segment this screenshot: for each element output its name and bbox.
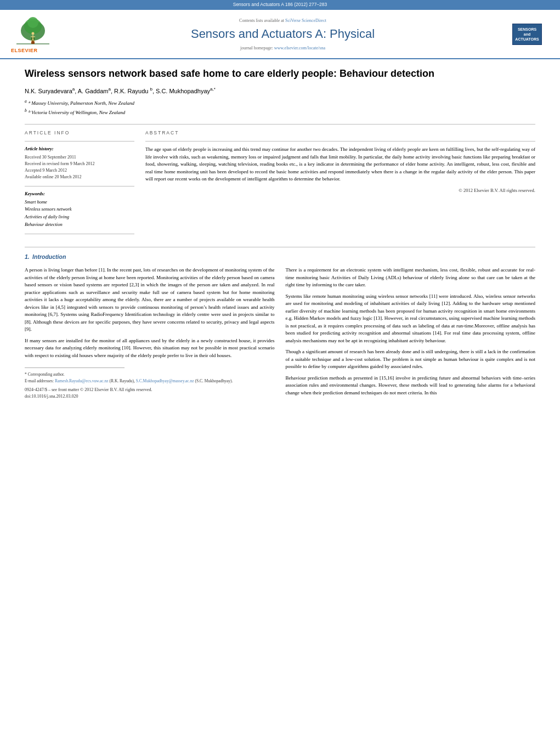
journal-name: Sensors and Actuators A: Physical (60, 26, 505, 43)
elsevier-logo-img: ELSEVIER (11, 14, 60, 54)
keyword-2: Wireless sensors network (25, 206, 134, 213)
body-content: A person is living longer than before [1… (25, 267, 535, 400)
article-info-label: ARTICLE INFO (25, 130, 134, 137)
journal-logo-box: SENSORSandACTUATORS (512, 24, 541, 45)
copyright-text: © 2012 Elsevier B.V. All rights reserved… (145, 188, 535, 194)
svg-point-4 (27, 17, 38, 28)
journal-logo-area: SENSORSandACTUATORS (505, 24, 549, 45)
header-divider (25, 124, 535, 125)
keywords-group: Keywords: Smart home Wireless sensors ne… (25, 191, 134, 228)
section-title: Introduction (31, 253, 66, 260)
journal-header: ELSEVIER Contents lists available at Sci… (0, 10, 560, 60)
footnote-divider (25, 367, 125, 368)
body-para-1: A person is living longer than before [1… (25, 267, 275, 333)
article-history-title: Article history: (25, 146, 134, 152)
svg-point-5 (32, 32, 35, 35)
body-para-right-4: Behaviour prediction methods as presente… (286, 375, 536, 397)
keywords-title: Keywords: (25, 191, 134, 197)
email2-person: (S.C. Mukhopadhyay). (195, 378, 233, 383)
keyword-4: Behaviour detection (25, 221, 134, 229)
keywords-list: Smart home Wireless sensors network Acti… (25, 199, 134, 228)
body-top-divider (25, 247, 535, 247)
elsevier-wordmark: ELSEVIER (11, 47, 38, 54)
elsevier-logo-area: ELSEVIER (11, 14, 60, 54)
abstract-top-divider (145, 141, 535, 142)
affiliation-b: b ᵇ Victoria University of Wellington, N… (25, 108, 535, 116)
body-para-right-3: Though a significant amount of research … (286, 348, 536, 371)
body-para-2: If many sensors are installed for the mo… (25, 337, 275, 360)
issn-text: 0924-4247/$ – see front matter © 2012 El… (25, 387, 275, 400)
authors-line: N.K. Suryadevaraa, A. Gaddama, R.K. Rayu… (25, 86, 535, 95)
footnotes: * Corresponding author. E-mail addresses… (25, 371, 275, 384)
sciverse-link[interactable]: SciVerse ScienceDirect (285, 18, 326, 23)
body-para-right-2: Systems like remote human monitoring usi… (286, 293, 536, 345)
email-label: E-mail addresses: (25, 378, 54, 383)
body-left-column: A person is living longer than before [1… (25, 267, 275, 400)
article-title: Wireless sensors network based safe home… (25, 67, 535, 80)
email-footnote: E-mail addresses: Ramesh.Rayudu@ecs.vuw.… (25, 378, 275, 384)
corresponding-author-note: * Corresponding author. (25, 371, 275, 377)
journal-logo-text: SENSORSandACTUATORS (515, 27, 539, 42)
email2-link[interactable]: S.C.Mukhopadhyay@massey.ac.nz (136, 378, 194, 383)
abstract-label: ABSTRACT (145, 130, 535, 137)
abstract-text: The age span of elderly people is increa… (145, 146, 535, 183)
email1-person: (R.K. Rayudu), (110, 378, 135, 383)
info-bottom-divider (25, 234, 134, 234)
journal-reference-text: Sensors and Actuators A 186 (2012) 277–2… (233, 2, 327, 7)
affiliations: a ᵃ Massey University, Palmerston North,… (25, 99, 535, 116)
info-abstract-section: ARTICLE INFO Article history: Received 3… (25, 130, 535, 239)
keyword-3: Activities of daily living (25, 213, 134, 221)
accepted-date: Accepted 9 March 2012 (25, 167, 134, 174)
journal-title-block: Contents lists available at SciVerse Sci… (60, 18, 505, 51)
email1-link[interactable]: Ramesh.Rayudu@ecs.vuw.ac.nz (55, 378, 109, 383)
section-number: 1. (25, 253, 30, 260)
authors-text: N.K. Suryadevaraa, A. Gaddama, R.K. Rayu… (25, 88, 216, 94)
article-info-column: ARTICLE INFO Article history: Received 3… (25, 130, 134, 239)
keywords-divider (25, 186, 134, 186)
online-date: Available online 20 March 2012 (25, 174, 134, 180)
journal-reference-bar: Sensors and Actuators A 186 (2012) 277–2… (0, 0, 560, 10)
info-top-divider (25, 141, 134, 142)
elsevier-tree-icon (11, 14, 55, 46)
received-date: Received 30 September 2011 (25, 154, 134, 161)
affiliation-a: a ᵃ Massey University, Palmerston North,… (25, 99, 535, 107)
article-history-group: Article history: Received 30 September 2… (25, 146, 134, 180)
journal-homepage: journal homepage: www.elsevier.com/locat… (60, 45, 505, 51)
body-right-column: There is a requirement for an electronic… (286, 267, 536, 400)
abstract-column: ABSTRACT The age span of elderly people … (145, 130, 535, 239)
keyword-1: Smart home (25, 199, 134, 206)
contents-available-text: Contents lists available at SciVerse Sci… (60, 18, 505, 24)
homepage-link[interactable]: www.elsevier.com/locate/sna (274, 46, 325, 50)
section1-heading: 1. Introduction (25, 253, 535, 261)
revised-date: Received in revised form 9 March 2012 (25, 161, 134, 167)
body-para-right-1: There is a requirement for an electronic… (286, 267, 536, 289)
main-content: Wireless sensors network based safe home… (0, 59, 560, 411)
